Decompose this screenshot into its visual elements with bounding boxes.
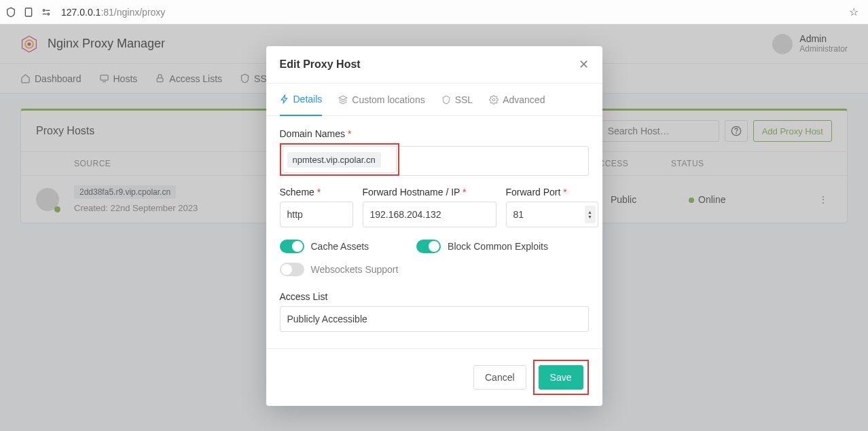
modal-close-button[interactable]: ✕	[579, 57, 589, 72]
browser-controls	[5, 7, 52, 18]
toggle-websockets[interactable]: Websockets Support	[280, 263, 399, 276]
svg-point-1	[43, 10, 45, 12]
switch-block-exploits[interactable]	[416, 240, 441, 253]
tab-ssl[interactable]: SSL	[441, 83, 473, 115]
switch-cache-assets[interactable]	[280, 240, 304, 253]
lightning-icon	[280, 94, 289, 104]
forward-host-input[interactable]	[363, 202, 496, 227]
shield-icon	[441, 95, 451, 105]
tab-custom-locations[interactable]: Custom locations	[338, 83, 424, 115]
highlight-save: Save	[533, 360, 589, 395]
label-forward-port: Forward Port *	[506, 187, 598, 198]
svg-point-3	[48, 13, 50, 15]
layers-icon	[338, 95, 348, 105]
edit-proxy-host-modal: Edit Proxy Host ✕ Details Custom locatio…	[266, 46, 602, 406]
access-list-input[interactable]	[280, 306, 589, 332]
document-icon	[23, 7, 34, 18]
svg-point-13	[492, 98, 495, 101]
toggle-cache-assets[interactable]: Cache Assets	[280, 240, 369, 253]
switch-websockets[interactable]	[280, 263, 304, 276]
browser-address-bar: 127.0.0.1:81/nginx/proxy ☆	[0, 0, 868, 24]
label-forward-host: Forward Hostname / IP *	[363, 187, 496, 198]
modal-tabs: Details Custom locations SSL Advanced	[266, 83, 602, 116]
gear-icon	[489, 95, 499, 105]
settings-toggle-icon	[41, 7, 52, 18]
label-scheme: Scheme *	[280, 187, 353, 198]
toggle-block-exploits[interactable]: Block Common Exploits	[416, 240, 548, 253]
tab-details[interactable]: Details	[280, 84, 323, 116]
modal-overlay: Edit Proxy Host ✕ Details Custom locatio…	[0, 24, 868, 431]
tab-advanced[interactable]: Advanced	[489, 83, 545, 115]
cancel-button[interactable]: Cancel	[473, 365, 526, 390]
port-spinner[interactable]: ▲▼	[585, 206, 596, 223]
label-domain-names: Domain Names *	[280, 128, 589, 139]
url-host: 127.0.0.1	[61, 7, 101, 18]
label-access-list: Access List	[280, 291, 589, 302]
address-url[interactable]: 127.0.0.1:81/nginx/proxy	[57, 3, 844, 21]
bookmark-star-icon[interactable]: ☆	[849, 5, 858, 18]
modal-title: Edit Proxy Host	[280, 58, 579, 71]
svg-rect-0	[25, 8, 31, 16]
scheme-input[interactable]	[280, 202, 353, 227]
highlight-domain-names: npmtest.vip.cpolar.cn	[280, 143, 399, 176]
save-button[interactable]: Save	[539, 365, 583, 390]
shield-icon	[5, 7, 16, 18]
domain-name-chip[interactable]: npmtest.vip.cpolar.cn	[287, 152, 381, 168]
url-path: :81/nginx/proxy	[101, 7, 165, 18]
domain-names-input[interactable]: npmtest.vip.cpolar.cn	[283, 146, 397, 173]
